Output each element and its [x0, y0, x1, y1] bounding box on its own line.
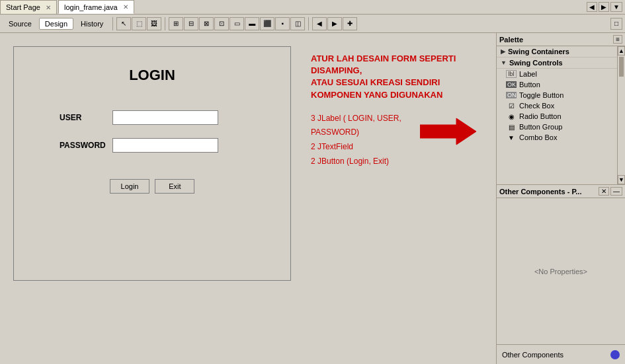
- other-comp-minimize-btn[interactable]: —: [610, 187, 622, 196]
- resize-btn[interactable]: ◫: [290, 17, 305, 30]
- tab-bar: Start Page ✕ login_frame.java ✕ ◀ ▶ ▼: [0, 0, 625, 15]
- align-left-btn[interactable]: ⊞: [169, 17, 183, 30]
- label-palette-icon: lbl: [506, 70, 517, 78]
- radio-palette-icon: ◉: [506, 113, 517, 120]
- password-label: PASSWORD: [60, 141, 112, 150]
- prev-btn[interactable]: ◀: [312, 17, 327, 30]
- palette-item-label-text: Label: [519, 70, 537, 78]
- align-top-btn[interactable]: ⊡: [214, 17, 229, 30]
- cursor-tool-btn[interactable]: ↖: [116, 17, 131, 30]
- palette-item-toggle-button[interactable]: ON Toggle Button: [497, 90, 617, 100]
- expand-btn[interactable]: □: [610, 18, 622, 30]
- instr-item2: 2 JTextField: [311, 140, 407, 155]
- distribute-h-btn[interactable]: ⬛: [260, 17, 274, 30]
- login-form-inner: LOGIN USER PASSWORD Login Exit: [14, 47, 290, 280]
- palette-item-combobox[interactable]: ▼ Combo Box: [497, 132, 617, 143]
- toolbar-separator-2: [165, 17, 165, 30]
- instr-item1: 3 JLabel ( LOGIN, USER, PASSWORD): [311, 112, 407, 140]
- swing-containers-label: Swing Containers: [508, 48, 569, 55]
- palette-scrollbar[interactable]: ▲ ▼: [617, 46, 625, 184]
- palette-item-buttongroup-text: Button Group: [519, 123, 562, 131]
- palette-item-button[interactable]: OK Button: [497, 79, 617, 90]
- instruction-title: ATUR LAH DESAIN FORM SEPERTI DISAMPING, …: [311, 53, 476, 101]
- palette-item-buttongroup[interactable]: ▤ Button Group: [497, 122, 617, 132]
- history-tab[interactable]: History: [75, 18, 109, 30]
- button-palette-icon: OK: [506, 81, 517, 88]
- tab-start-page[interactable]: Start Page ✕: [0, 0, 57, 14]
- swing-controls-triangle: ▼: [501, 59, 507, 66]
- scrollbar-up-btn[interactable]: ▲: [618, 46, 625, 55]
- password-field: PASSWORD: [60, 138, 245, 153]
- palette-menu-btn[interactable]: ≡: [613, 35, 622, 44]
- design-canvas: LOGIN USER PASSWORD Login Exit: [0, 33, 496, 364]
- palette-panel: Palette ≡ ▶ Swing Containers: [497, 33, 625, 185]
- red-arrow: [420, 115, 476, 150]
- palette-item-toggle-text: Toggle Button: [519, 91, 563, 99]
- instructions-panel: ATUR LAH DESAIN FORM SEPERTI DISAMPING, …: [291, 40, 489, 357]
- align-bottom-btn[interactable]: ▬: [245, 17, 259, 30]
- palette-item-radio[interactable]: ◉ Radio Button: [497, 111, 617, 122]
- tab-nav-dropdown[interactable]: ▼: [610, 2, 622, 12]
- design-tab[interactable]: Design: [39, 18, 73, 30]
- palette-header-buttons: ≡: [613, 35, 622, 44]
- tab-login-frame[interactable]: login_frame.java ✕: [58, 0, 134, 14]
- swing-containers-header[interactable]: ▶ Swing Containers: [497, 46, 617, 57]
- align-center-h-btn[interactable]: ⊟: [184, 17, 198, 30]
- other-components-header: Other Components - P... ✕ —: [497, 185, 625, 198]
- bottom-other-comp-title: Other Components: [502, 351, 563, 359]
- password-input[interactable]: [112, 138, 218, 153]
- right-panel: Palette ≡ ▶ Swing Containers: [496, 33, 625, 364]
- tab-nav-right[interactable]: ▶: [599, 2, 609, 12]
- other-components-content: <No Properties>: [497, 198, 625, 344]
- combobox-palette-icon: ▼: [506, 134, 517, 141]
- instr-line3: KOMPONEN YANG DIGUNAKAN: [311, 90, 442, 100]
- swing-containers-section: ▶ Swing Containers: [497, 46, 617, 57]
- user-field: USER: [60, 110, 245, 125]
- scrollbar-track: [618, 55, 625, 175]
- toggle-button-palette-icon: ON: [506, 92, 517, 98]
- toolbar-group-3: ◀ ▶ ✚: [312, 17, 357, 30]
- distribute-v-btn[interactable]: ▪: [275, 17, 290, 30]
- palette-item-checkbox[interactable]: ☑ Check Box: [497, 100, 617, 111]
- tab-nav-left[interactable]: ◀: [587, 2, 597, 12]
- tab-navigation: ◀ ▶ ▼: [584, 0, 625, 14]
- next-btn[interactable]: ▶: [327, 17, 342, 30]
- exit-button[interactable]: Exit: [155, 179, 194, 194]
- scrollbar-thumb[interactable]: [619, 57, 624, 77]
- other-components-panel: Other Components - P... ✕ — <No Properti…: [497, 185, 625, 344]
- palette-title: Palette: [499, 36, 523, 44]
- palette-item-label[interactable]: lbl Label: [497, 69, 617, 79]
- palette-item-combobox-text: Combo Box: [519, 133, 557, 141]
- swing-containers-triangle: ▶: [501, 48, 505, 55]
- swing-controls-header[interactable]: ▼ Swing Controls: [497, 57, 617, 69]
- tab-login-frame-close[interactable]: ✕: [123, 3, 128, 11]
- ide-window: Start Page ✕ login_frame.java ✕ ◀ ▶ ▼ So…: [0, 0, 625, 364]
- no-properties-text: <No Properties>: [534, 268, 587, 275]
- bottom-other-components: Other Components: [497, 344, 625, 364]
- login-button[interactable]: Login: [110, 179, 150, 194]
- palette-item-radio-text: Radio Button: [519, 112, 562, 120]
- align-right-btn[interactable]: ⊠: [199, 17, 214, 30]
- instr-line1: ATUR LAH DESAIN FORM SEPERTI DISAMPING,: [311, 54, 456, 75]
- button-row: Login Exit: [110, 179, 195, 194]
- select-tool-btn[interactable]: ⬚: [132, 17, 146, 30]
- user-input[interactable]: [112, 110, 218, 125]
- palette-item-checkbox-text: Check Box: [519, 102, 554, 110]
- other-components-title: Other Components - P...: [499, 188, 581, 196]
- tab-start-page-close[interactable]: ✕: [46, 4, 51, 11]
- image-tool-btn[interactable]: 🖼: [147, 17, 161, 30]
- svg-marker-0: [420, 118, 476, 145]
- checkbox-palette-icon: ☑: [506, 102, 517, 110]
- instr-line2: ATAU SESUAI KREASI SENDIRI: [311, 77, 440, 87]
- swing-controls-label: Swing Controls: [509, 59, 563, 67]
- bottom-circle-icon: [610, 350, 620, 359]
- source-tab[interactable]: Source: [3, 18, 38, 30]
- add-btn[interactable]: ✚: [343, 17, 357, 30]
- align-center-v-btn[interactable]: ▭: [229, 17, 244, 30]
- scrollbar-down-btn[interactable]: ▼: [618, 175, 625, 184]
- other-comp-header-buttons: ✕ —: [599, 187, 622, 196]
- palette-header: Palette ≡: [497, 33, 625, 46]
- other-comp-close-btn[interactable]: ✕: [599, 187, 609, 196]
- login-frame: LOGIN USER PASSWORD Login Exit: [13, 46, 291, 281]
- buttongroup-palette-icon: ▤: [506, 124, 517, 131]
